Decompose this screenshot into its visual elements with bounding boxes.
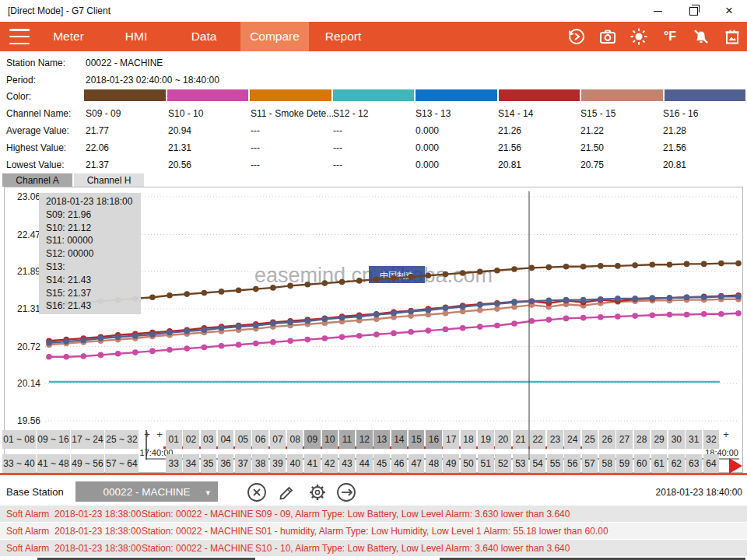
channel-button-01[interactable]: 01 [166,430,182,449]
channel-button-16[interactable]: 16 [426,430,442,449]
delete-image-icon[interactable] [722,26,742,47]
channel-button-27[interactable]: 27 [616,430,633,449]
channel-button-04[interactable]: 04 [218,430,234,449]
base-station-dropdown[interactable]: 00022 - MACHINE ▾ [75,481,218,502]
channel-button-44[interactable]: 44 [356,454,373,473]
minimize-button[interactable] [640,0,675,22]
expand-left-button[interactable]: + [154,429,165,442]
channel-button-61[interactable]: 61 [651,454,668,473]
channel-button-33[interactable]: 33 [166,454,182,473]
nav-item-report[interactable]: Report [309,22,377,51]
expand-right-button[interactable]: + [721,429,731,442]
channel-button-09[interactable]: 09 [304,430,321,449]
channel-button-25[interactable]: 25 [582,430,598,449]
expand-groups-button[interactable]: + [142,429,153,442]
advance-arrow-button[interactable] [729,458,742,474]
channel-button-49[interactable]: 49 [443,454,459,473]
channel-button-43[interactable]: 43 [339,454,356,473]
nav-item-data[interactable]: Data [173,22,235,51]
channel-group-button[interactable]: 09 ~ 16 [37,430,70,449]
channel-group-button[interactable]: 33 ~ 40 [2,454,36,473]
channel-button-46[interactable]: 46 [391,454,408,473]
channel-group-button[interactable]: 49 ~ 56 [71,454,104,473]
channel-button-51[interactable]: 51 [478,454,494,473]
channel-button-63[interactable]: 63 [686,454,702,473]
channel-button-53[interactable]: 53 [513,454,529,473]
restore-button[interactable] [675,0,711,22]
brightness-icon[interactable] [629,26,649,47]
nav-item-hmi[interactable]: HMI [105,22,167,51]
channel-button-10[interactable]: 10 [322,430,338,449]
tab-channel-h[interactable]: Channel H [74,173,144,187]
edit-pencil-icon[interactable] [277,482,297,502]
channel-button-05[interactable]: 05 [235,430,251,449]
export-arrow-icon[interactable] [336,482,356,502]
channel-button-36[interactable]: 36 [218,454,234,473]
channel-button-24[interactable]: 24 [564,430,580,449]
cancel-circle-icon[interactable] [247,482,267,502]
channel-button-30[interactable]: 30 [668,430,685,449]
channel-button-57[interactable]: 57 [582,454,598,473]
tab-channel-a[interactable]: Channel A [2,173,72,187]
channel-button-55[interactable]: 55 [547,454,563,473]
channel-button-38[interactable]: 38 [252,454,268,473]
channel-button-47[interactable]: 47 [409,454,425,473]
channel-button-14[interactable]: 14 [391,430,408,449]
channel-button-07[interactable]: 07 [270,430,286,449]
alarm-row[interactable]: Soft Alarm2018-01-23 18:38:00Station: 00… [0,506,747,522]
channel-group-button[interactable]: 41 ~ 48 [37,454,70,473]
channel-button-29[interactable]: 29 [651,430,668,449]
channel-button-22[interactable]: 22 [530,430,546,449]
channel-button-28[interactable]: 28 [634,430,651,449]
channel-button-17[interactable]: 17 [443,430,459,449]
channel-button-52[interactable]: 52 [495,454,511,473]
channel-button-15[interactable]: 15 [409,430,425,449]
channel-button-35[interactable]: 35 [201,454,217,473]
channel-button-64[interactable]: 64 [703,454,720,473]
nav-item-meter[interactable]: Meter [37,22,100,51]
channel-button-23[interactable]: 23 [547,430,563,449]
channel-button-41[interactable]: 41 [304,454,321,473]
nav-item-compare[interactable]: Compare [240,22,309,51]
mute-alarm-icon[interactable] [691,26,711,47]
settings-gear-icon[interactable] [307,482,328,502]
channel-button-20[interactable]: 20 [495,430,511,449]
alarm-row[interactable]: Soft Alarm2018-01-23 18:38:00Station: 00… [0,540,747,556]
channel-button-26[interactable]: 26 [599,430,615,449]
channel-button-60[interactable]: 60 [634,454,651,473]
channel-button-62[interactable]: 62 [668,454,685,473]
channel-button-37[interactable]: 37 [235,454,251,473]
channel-button-45[interactable]: 45 [374,454,390,473]
channel-button-48[interactable]: 48 [426,454,442,473]
channel-button-18[interactable]: 18 [461,430,477,449]
channel-button-21[interactable]: 21 [513,430,529,449]
channel-button-58[interactable]: 58 [599,454,615,473]
channel-button-02[interactable]: 02 [183,430,199,449]
channel-button-39[interactable]: 39 [270,454,286,473]
channel-group-button[interactable]: 57 ~ 64 [105,454,139,473]
channel-button-56[interactable]: 56 [564,454,580,473]
channel-button-19[interactable]: 19 [478,430,494,449]
channel-button-40[interactable]: 40 [287,454,303,473]
sync-icon[interactable] [566,26,587,47]
channel-button-34[interactable]: 34 [183,454,199,473]
channel-button-42[interactable]: 42 [322,454,338,473]
hamburger-menu-icon[interactable] [9,29,30,44]
channel-group-button[interactable]: 17 ~ 24 [71,430,104,449]
channel-group-button[interactable]: 25 ~ 32 [105,430,139,449]
channel-button-32[interactable]: 32 [703,430,720,449]
alarm-row[interactable]: Soft Alarm2018-01-23 18:38:00Station: 00… [0,523,747,539]
temperature-unit-icon[interactable]: °F [660,26,680,47]
channel-button-08[interactable]: 08 [287,430,303,449]
channel-button-54[interactable]: 54 [530,454,546,473]
channel-button-59[interactable]: 59 [616,454,633,473]
channel-button-03[interactable]: 03 [201,430,217,449]
camera-icon[interactable] [598,26,618,47]
channel-group-button[interactable]: 01 ~ 08 [2,430,36,449]
channel-button-12[interactable]: 12 [356,430,373,449]
channel-button-13[interactable]: 13 [374,430,390,449]
channel-button-50[interactable]: 50 [461,454,477,473]
close-button[interactable]: × [711,0,747,22]
channel-button-11[interactable]: 11 [339,430,356,449]
channel-button-31[interactable]: 31 [686,430,702,449]
